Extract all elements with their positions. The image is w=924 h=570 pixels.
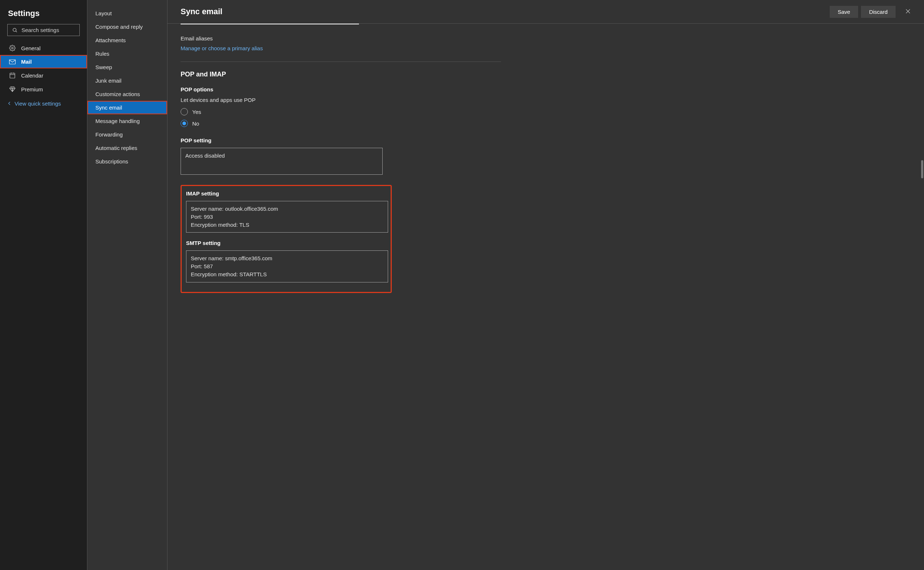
pop-options-desc: Let devices and apps use POP [181, 97, 911, 103]
mid-item-attachments[interactable]: Attachments [87, 34, 167, 47]
sidebar-item-premium[interactable]: Premium [0, 82, 87, 96]
pop-radio-yes[interactable]: Yes [181, 108, 911, 115]
mail-settings-nav: Layout Compose and reply Attachments Rul… [87, 0, 167, 570]
sidebar-item-mail[interactable]: Mail [0, 55, 87, 69]
imap-port: Port: 993 [191, 213, 383, 221]
sidebar-item-calendar[interactable]: Calendar [0, 69, 87, 82]
svg-line-1 [16, 31, 17, 32]
sidebar-item-label: Calendar [21, 72, 43, 79]
search-settings-box[interactable] [7, 24, 80, 36]
search-icon [12, 27, 18, 33]
close-icon [905, 8, 911, 15]
smtp-port: Port: 587 [191, 262, 383, 270]
pop-setting-heading: POP setting [181, 137, 911, 143]
calendar-icon [9, 72, 16, 79]
pop-imap-heading: POP and IMAP [181, 70, 911, 78]
mid-item-customize-actions[interactable]: Customize actions [87, 87, 167, 101]
diamond-icon [9, 86, 16, 92]
mid-item-layout[interactable]: Layout [87, 6, 167, 20]
scrollbar-thumb[interactable] [921, 160, 923, 178]
save-button[interactable]: Save [830, 6, 858, 18]
chevron-left-icon [7, 100, 12, 107]
imap-setting-heading: IMAP setting [186, 190, 386, 196]
section-divider [181, 61, 501, 62]
pop-options-heading: POP options [181, 86, 911, 92]
page-title: Sync email [181, 7, 827, 16]
settings-sidebar: Settings General Mail [0, 0, 87, 570]
settings-heading: Settings [0, 4, 87, 24]
view-quick-settings-link[interactable]: View quick settings [0, 96, 87, 111]
imap-enc: Encryption method: TLS [191, 221, 383, 229]
mid-item-compose[interactable]: Compose and reply [87, 20, 167, 34]
mid-item-auto-replies[interactable]: Automatic replies [87, 141, 167, 155]
discard-button[interactable]: Discard [861, 6, 896, 18]
mid-item-forwarding[interactable]: Forwarding [87, 128, 167, 141]
sidebar-item-general[interactable]: General [0, 41, 87, 55]
radio-icon [181, 108, 188, 115]
sidebar-item-label: Premium [21, 86, 43, 92]
mid-item-subscriptions[interactable]: Subscriptions [87, 155, 167, 168]
imap-smtp-highlight: IMAP setting Server name: outlook.office… [181, 185, 392, 293]
content-header: Sync email Save Discard [167, 0, 924, 24]
mid-item-sync-email[interactable]: Sync email [87, 101, 167, 114]
sidebar-item-label: General [21, 45, 40, 51]
manage-alias-link[interactable]: Manage or choose a primary alias [181, 45, 911, 51]
imap-setting-box: Server name: outlook.office365.com Port:… [186, 201, 388, 233]
view-quick-settings-label: View quick settings [15, 100, 61, 107]
smtp-enc: Encryption method: STARTTLS [191, 270, 383, 279]
smtp-server: Server name: smtp.office365.com [191, 254, 383, 262]
mid-item-sweep[interactable]: Sweep [87, 60, 167, 74]
pop-setting-box: Access disabled [181, 148, 383, 175]
gear-icon [9, 45, 16, 51]
pop-setting-text: Access disabled [185, 152, 378, 160]
mid-item-message-handling[interactable]: Message handling [87, 114, 167, 128]
smtp-setting-box: Server name: smtp.office365.com Port: 58… [186, 250, 388, 282]
mid-item-junk[interactable]: Junk email [87, 74, 167, 87]
search-settings-input[interactable] [21, 27, 90, 33]
close-button[interactable] [901, 5, 915, 18]
radio-label: Yes [192, 109, 201, 115]
svg-rect-3 [9, 60, 16, 64]
svg-rect-4 [10, 73, 15, 78]
mail-icon [9, 59, 16, 64]
smtp-setting-heading: SMTP setting [186, 240, 386, 246]
pop-radio-no[interactable]: No [181, 120, 911, 127]
svg-point-2 [12, 48, 14, 49]
active-tab-underline [181, 24, 359, 25]
radio-label: No [192, 121, 199, 127]
radio-icon [181, 120, 188, 127]
sidebar-item-label: Mail [21, 58, 32, 65]
email-aliases-label: Email aliases [181, 35, 911, 41]
svg-point-0 [13, 28, 16, 31]
mid-item-rules[interactable]: Rules [87, 47, 167, 60]
imap-server: Server name: outlook.office365.com [191, 205, 383, 213]
